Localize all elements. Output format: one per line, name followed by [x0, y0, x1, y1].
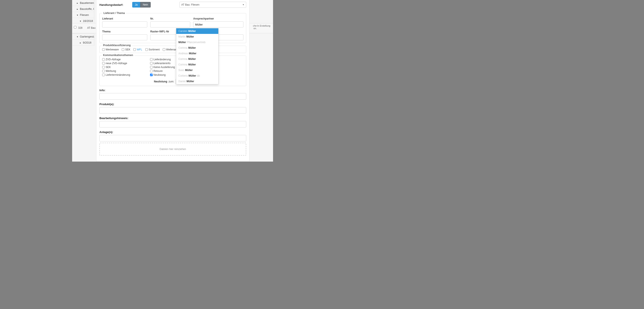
thema-input[interactable] [102, 34, 147, 40]
nein-button[interactable]: Nein [140, 2, 151, 8]
produktklass-section: Produktklassifizierung Werbeware SEK WFL… [100, 46, 246, 53]
tree-item-fliesen[interactable]: ▾Fliesen [72, 12, 94, 18]
lieferant-input[interactable] [102, 22, 147, 28]
cb-werbeware[interactable]: Werbeware [102, 48, 119, 51]
chevron-right-icon: ▸ [80, 42, 82, 44]
table-cell: che on. [248, 24, 257, 30]
dropdown-item[interactable]: Müller Pflanzenvertrieb [176, 40, 218, 45]
modal-panel: Handlungsbedarf: Ja Nein AT Bau: Fliesen… [96, 0, 250, 162]
cb-werbung[interactable]: Werbung [102, 70, 148, 72]
bearb-input[interactable] [100, 121, 246, 128]
cb-wfl[interactable]: WFL [133, 48, 142, 51]
chevron-right-icon: ▸ [77, 2, 79, 4]
row-name: AT Bau [87, 26, 96, 30]
dropdown-item[interactable]: Carsten Müller [176, 28, 218, 34]
handlungsbedarf-toggle: Ja Nein [132, 2, 150, 8]
info-label: Info: [100, 88, 246, 92]
ansprechpartner-label: Ansprechpartner [193, 17, 244, 20]
anlagen-input[interactable] [100, 135, 246, 142]
info-input[interactable] [100, 93, 246, 100]
cb-sortiment[interactable]: Sortiment [145, 48, 160, 51]
chevron-right-icon: ▸ [77, 8, 79, 10]
nr-input[interactable] [150, 22, 190, 28]
dropdown-item[interactable]: Daniel Müller [176, 78, 218, 84]
neulistung-label: Neulistung [154, 80, 167, 83]
dropdown-item[interactable]: Corinna Müller [176, 45, 218, 51]
dropdown-item[interactable]: Corinna Müller [176, 56, 218, 62]
cb-neue-zvd[interactable]: neue ZVD-Abfrage [102, 62, 148, 65]
bearb-label: Bearbeitungshinweis: [100, 116, 246, 120]
category-select[interactable]: AT Bau: Fliesen [180, 2, 246, 8]
dropdown-item[interactable]: Martin Müller [176, 34, 218, 40]
ansprechpartner-input[interactable] [193, 22, 244, 28]
dropdown-item[interactable]: Sven Müller [176, 68, 218, 73]
nr-label: Nr. [150, 17, 190, 20]
ansprechpartner-dropdown: Carsten MüllerMartin MüllerMüller Pflanz… [176, 28, 218, 84]
cb-lieferterminaenderung[interactable]: Lieferterminänderung [102, 74, 148, 76]
dropdown-item[interactable]: Corinna Müller [176, 62, 218, 68]
tree-item-baustoffe[interactable]: ▸Baustoffe, Che [72, 6, 94, 12]
cb-zvd[interactable]: ZVD-Abfrage [102, 58, 148, 61]
sidebar-lower: ▾Gartengestaltu ▸9/2018 [72, 34, 94, 46]
kommunikation-section: Kommunikationsthemen ZVD-Abfrage Lieferä… [100, 56, 246, 86]
tree-item-bauelemente[interactable]: ▸Bauelemente [72, 0, 94, 6]
chevron-down-icon: ▾ [77, 14, 79, 16]
row-id: 328 [78, 26, 82, 30]
lieferant-label: Lieferant [102, 17, 147, 20]
ja-button[interactable]: Ja [132, 2, 140, 8]
cb-sek[interactable]: SEK [122, 48, 130, 51]
dropdown-item[interactable]: Andreas Müller [176, 51, 218, 56]
anlagen-label: Anlage(n): [100, 130, 246, 134]
tree-item-garten[interactable]: ▾Gartengestaltu [72, 34, 94, 40]
handlungsbedarf-label: Handlungsbedarf: [100, 3, 123, 6]
produkte-label: Produkt(e): [100, 102, 246, 106]
lieferant-thema-fieldset: Lieferant / Thema Lieferant Nr. Ansprech… [100, 12, 246, 43]
thema-label: Thema [102, 30, 147, 33]
dropdown-item[interactable]: Corbera Müller äb [176, 73, 218, 78]
row-checkbox[interactable] [74, 26, 76, 28]
file-dropzone[interactable]: Dateien hier reinziehen [100, 143, 246, 156]
chevron-down-icon: ▾ [80, 20, 82, 22]
tree-item-9-2018[interactable]: ▸9/2018 [72, 40, 94, 46]
cb-sek2[interactable]: SEK [102, 66, 148, 69]
chevron-down-icon: ▾ [77, 36, 79, 38]
produkte-input[interactable] [100, 107, 246, 114]
table-cell-status: In Erstellung [257, 24, 270, 27]
